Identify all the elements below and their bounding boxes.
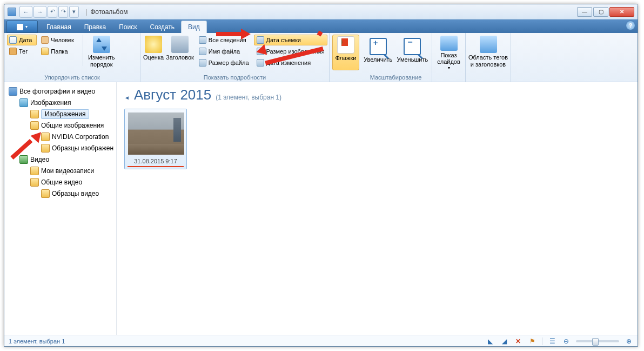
tag-area-icon xyxy=(480,36,497,53)
nav-tree: Все фотографии и видео Изображения Изобр… xyxy=(4,82,117,335)
filesize-button[interactable]: Размер файла xyxy=(196,57,252,68)
reverse-order-button[interactable]: Изменить порядок xyxy=(87,35,116,70)
arrange-by-tag[interactable]: Тег xyxy=(7,46,37,57)
caption-icon xyxy=(171,36,189,53)
date-modified-icon xyxy=(257,59,264,67)
rating-button[interactable]: Оценка xyxy=(143,35,164,70)
tree-my-video[interactable]: Мои видеозаписи xyxy=(5,165,115,176)
delete-icon[interactable]: ✕ xyxy=(514,337,522,346)
back-button[interactable]: ← xyxy=(19,6,32,18)
file-menu-icon xyxy=(17,24,23,30)
annotation-arrow-1 xyxy=(216,32,243,36)
qat-dropdown[interactable]: ▾ xyxy=(69,6,79,18)
group-slideshow: Показ слайдов▾ xyxy=(432,33,466,82)
forward-button[interactable]: → xyxy=(33,6,46,18)
group-title: Август 2015 xyxy=(134,87,211,103)
tab-create[interactable]: Создать xyxy=(144,21,182,33)
tag-icon xyxy=(9,48,17,55)
group-header[interactable]: ◄ Август 2015 (1 элемент, выбран 1) xyxy=(124,87,630,103)
details-view-icon[interactable]: ☰ xyxy=(548,337,556,346)
group-zoom-label: Масштабирование xyxy=(363,72,429,82)
slideshow-icon xyxy=(440,36,458,51)
flag-icon xyxy=(337,36,354,54)
arrange-by-person[interactable]: Человек xyxy=(39,35,78,45)
images-icon xyxy=(19,98,28,107)
folder-icon xyxy=(41,144,50,153)
filename-icon xyxy=(199,48,206,55)
person-icon xyxy=(41,36,49,44)
help-button[interactable]: ? xyxy=(626,21,635,30)
folder-icon xyxy=(30,110,39,118)
all-info-icon xyxy=(199,36,206,44)
file-menu-button[interactable] xyxy=(6,21,38,33)
statusbar: 1 элемент, выбран 1 ◣ ◢ ✕ ⚑ ☰ ⊖ ⊕ xyxy=(4,335,638,347)
folder-icon xyxy=(30,178,39,187)
group-zoom: Увеличить Уменьшить Масштабирование xyxy=(360,33,432,82)
minimize-button[interactable]: — xyxy=(577,7,592,17)
arrange-by-folder[interactable]: Папка xyxy=(39,46,78,57)
group-tagarea: Область тегов и заголовков xyxy=(466,33,511,82)
calendar-icon xyxy=(9,36,17,44)
date-taken-icon xyxy=(257,36,264,44)
tree-images[interactable]: Изображения xyxy=(5,97,115,108)
tree-samples-video[interactable]: Образцы видео xyxy=(5,188,115,199)
filename-button[interactable]: Имя файла xyxy=(196,46,252,57)
group-details-label: Показать подробности xyxy=(143,72,326,82)
zoom-in-small[interactable]: ⊕ xyxy=(625,337,633,346)
app-icon xyxy=(8,8,16,16)
filesize-icon xyxy=(199,59,206,67)
zoom-out-icon xyxy=(404,38,421,55)
flag-small-icon[interactable]: ⚑ xyxy=(528,337,536,346)
zoom-in-icon xyxy=(370,38,387,55)
annotation-arrow-2 xyxy=(264,31,327,53)
rotate-left-icon[interactable]: ◣ xyxy=(486,337,494,346)
folder-icon xyxy=(30,167,39,175)
collapse-icon: ◄ xyxy=(124,95,130,101)
star-icon xyxy=(145,36,162,53)
title-separator: | xyxy=(85,8,87,16)
tag-area-button[interactable]: Область тегов и заголовков xyxy=(468,35,508,70)
content-area: ◄ Август 2015 (1 элемент, выбран 1) 31.0… xyxy=(117,82,638,335)
tab-edit[interactable]: Правка xyxy=(78,21,113,33)
tree-public-video[interactable]: Общие видео xyxy=(5,176,115,188)
thumbnail-image xyxy=(128,112,184,155)
annotation-arrow-3 xyxy=(9,134,40,165)
tree-public-images[interactable]: Общие изображения xyxy=(5,120,115,131)
titlebar: ← → ↶ ↷ ▾ | Фотоальбом — ▢ ✕ xyxy=(4,4,638,19)
window-title: Фотоальбом xyxy=(90,8,128,16)
flags-button[interactable]: Флажки xyxy=(332,35,359,70)
folder-icon xyxy=(41,48,49,55)
undo-button[interactable]: ↶ xyxy=(48,6,57,18)
tab-view[interactable]: Вид xyxy=(181,21,207,33)
reverse-icon xyxy=(93,36,110,53)
caption-button[interactable]: Заголовок xyxy=(166,35,194,70)
all-photos-icon xyxy=(9,87,17,96)
arrange-by-date[interactable]: Дата xyxy=(7,35,37,45)
group-flags: Флажки xyxy=(330,33,360,82)
zoom-out-button[interactable]: Уменьшить xyxy=(396,35,429,70)
tree-all[interactable]: Все фотографии и видео xyxy=(5,85,115,97)
tab-main[interactable]: Главная xyxy=(40,21,78,33)
nav-buttons: ← → ↶ ↷ ▾ xyxy=(19,6,79,18)
folder-icon xyxy=(30,121,39,130)
close-button[interactable]: ✕ xyxy=(609,7,634,17)
zoom-in-button[interactable]: Увеличить xyxy=(363,35,394,70)
group-arrange-label: Упорядочить список xyxy=(7,72,137,82)
folder-icon xyxy=(41,189,50,198)
redo-button[interactable]: ↷ xyxy=(58,6,68,18)
app-window: ← → ↶ ↷ ▾ | Фотоальбом — ▢ ✕ Главная Пра… xyxy=(4,4,638,347)
rotate-right-icon[interactable]: ◢ xyxy=(500,337,508,346)
window-controls: — ▢ ✕ xyxy=(577,7,634,17)
group-subtitle: (1 элемент, выбран 1) xyxy=(216,94,281,101)
tab-search[interactable]: Поиск xyxy=(112,21,143,33)
thumbnail-caption: 31.08.2015 9:17 xyxy=(128,156,184,167)
maximize-button[interactable]: ▢ xyxy=(593,7,608,17)
zoom-out-small[interactable]: ⊖ xyxy=(562,337,571,346)
zoom-slider[interactable] xyxy=(576,340,619,342)
main-area: Все фотографии и видео Изображения Изобр… xyxy=(4,82,638,335)
tree-images-sub[interactable]: Изображения xyxy=(5,108,115,120)
slideshow-button[interactable]: Показ слайдов▾ xyxy=(435,35,462,70)
group-arrange: Дата Тег Человек Папка Изменить порядок … xyxy=(4,33,140,82)
status-text: 1 элемент, выбран 1 xyxy=(9,338,65,345)
photo-thumbnail[interactable]: 31.08.2015 9:17 xyxy=(124,109,187,169)
